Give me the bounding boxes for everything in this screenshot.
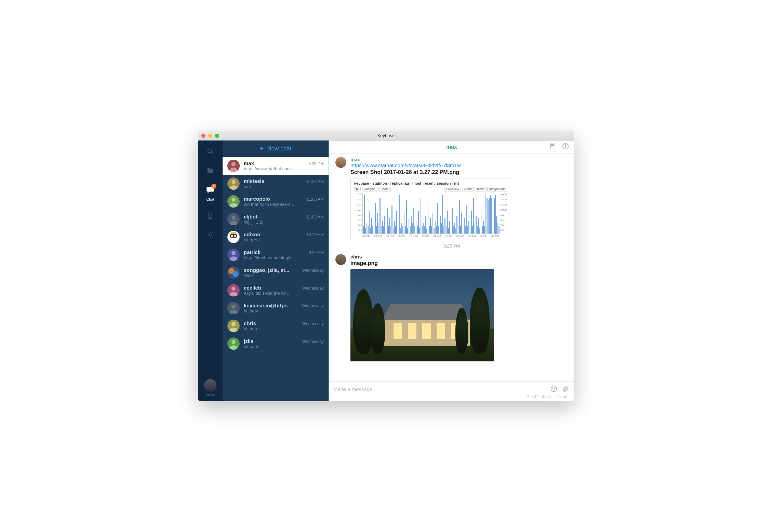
conversation-avatar [227,337,240,350]
conversation-item[interactable]: jzilaWednesdayok cool [223,335,329,353]
emoji-button[interactable] [550,385,558,394]
conversation-preview: ok great. [244,237,324,242]
conversation-item[interactable]: patrick9:39 AMhttps://keybase.io/blog/k.… [223,246,329,264]
conversation-preview: ok cool [244,344,324,349]
chart-toolbar-button[interactable]: ▶ [354,187,361,191]
conversation-name: keybase.io@https [244,303,288,308]
svg-point-27 [231,322,236,326]
folder-icon [207,167,214,174]
message-author: max [350,157,568,162]
conversation-time: Wednesday [302,304,324,308]
attach-button[interactable] [562,385,569,394]
chat-badge: 2 [211,184,216,189]
phone-icon [207,212,214,220]
conversation-avatar [227,177,240,190]
message-author: chris [350,254,568,260]
message-link[interactable]: https://www.stathat.com/v/stats/8Hl2b/tf… [350,162,461,168]
folder-tab[interactable] [205,166,215,175]
current-user-name: chris [204,393,216,397]
current-user-area[interactable]: chris [204,379,216,397]
svg-point-3 [210,217,211,218]
conversation-avatar [227,195,240,208]
chart-toolbar-button[interactable]: Alerts [462,187,474,191]
conversation-name: cdixon [244,231,260,237]
gear-icon [207,231,214,239]
svg-line-1 [211,152,213,154]
app-window: Keybase 2 Chat chris [198,131,574,401]
conversation-name: chris [244,320,256,326]
chart-toolbar-button[interactable]: Share [378,187,391,191]
svg-point-25 [231,305,236,309]
message-filename: Screen Shot 2017-01-26 at 3.27.22 PM.png [350,169,568,175]
chart-title: keybase - statmon - replica lag - most_r… [354,181,507,185]
conversation-list-panel: + New chat max3:28 PMhttps://www.stathat… [223,141,329,401]
titlebar: Keybase [198,131,574,141]
conversation-time: Wednesday [302,286,324,291]
conversation-name: jzila [244,338,253,344]
conversation-time: 10:28 AM [306,232,324,237]
search-tab[interactable] [205,147,215,156]
conversation-time: Wednesday [302,321,324,326]
conversation-item[interactable]: marcopolo11:06 AMdid that fix to keybase… [223,192,329,210]
conversation-time: 11:31 AM [306,179,324,184]
conversation-list: max3:28 PMhttps://www.stathat.com...mlst… [223,157,329,401]
conversation-avatar [227,213,240,225]
conversation-time: 9:39 AM [309,250,324,255]
svg-point-6 [231,162,236,166]
conversation-time: Wednesday [302,339,324,344]
conversation-avatar [227,320,240,332]
svg-point-15 [231,235,233,237]
conversation-time: 11:06 AM [306,197,324,202]
svg-point-8 [231,180,236,184]
conversation-avatar [227,249,240,261]
conversation-preview: https://keybase.io/blog/k... [244,255,324,260]
new-chat-button[interactable]: + New chat [223,141,329,157]
chart-toolbar-button[interactable]: Integrations [487,187,507,191]
image-attachment[interactable] [350,269,494,361]
settings-tab[interactable] [205,230,215,240]
svg-point-19 [231,251,236,255]
conversation-item[interactable]: cljbot11:03 AM/clj (+ 1 2) [223,210,329,228]
conversation-time: 11:03 AM [306,215,324,220]
message-input[interactable] [334,384,547,394]
svg-point-0 [208,149,212,153]
conversation-avatar [227,302,240,314]
chart-toolbar-button[interactable]: Trend [475,187,487,191]
conversation-item[interactable]: cecilebWednesdayArgh, did I edit the wr.… [223,281,329,299]
smiley-icon [550,385,558,393]
chart-toolbar-button[interactable]: Overview [444,187,461,191]
app-body: 2 Chat chris + New chat max3:28 PMhttps:… [198,141,574,401]
nav-rail: 2 Chat chris [198,141,223,401]
message: max https://www.stathat.com/v/stats/8Hl2… [335,157,568,239]
chart-attachment[interactable]: keybase - statmon - replica lag - most_r… [350,178,511,239]
conversation-name: max [244,160,254,166]
message-list: max https://www.stathat.com/v/stats/8Hl2… [329,154,574,381]
current-user-avatar [204,379,216,391]
conversation-item[interactable]: cdixon10:28 AMok great. [223,228,329,246]
conversation-item[interactable]: chrisWednesdayhi there [223,317,329,335]
conversation-avatar [227,160,240,172]
chat-tab[interactable]: 2 [205,185,215,195]
chat-panel: max max https://www.stathat.com/ [329,141,574,401]
plus-icon: + [260,145,264,153]
svg-point-23 [231,287,236,291]
conversation-preview: hi there [244,326,324,331]
svg-rect-17 [231,232,236,234]
conversation-item[interactable]: keybase.io@httpsWednesdayhi there [223,299,329,317]
chart-toolbar-button[interactable]: Analyze [362,187,377,191]
conversation-item[interactable]: max3:28 PMhttps://www.stathat.com... [223,157,329,175]
conversation-name: mlsteele [244,178,264,184]
conversation-item[interactable]: mlsteele11:31 AMsure [223,175,329,192]
paperclip-icon [562,385,569,393]
conversation-item[interactable]: songgao, jzila, st...WednesdayNice! [223,264,329,281]
conversation-preview: hi there [244,308,324,314]
conversation-name: cljbot [244,214,257,220]
svg-point-4 [209,234,211,236]
svg-point-35 [553,388,553,388]
window-title: Keybase [198,133,574,138]
chart-toolbar: ▶AnalyzeShare OverviewAlertsTrendIntegra… [354,187,507,191]
svg-point-10 [231,198,236,202]
devices-tab[interactable] [205,211,215,221]
composer-hint: *bold*, _italics_, `code` [334,394,569,400]
svg-point-12 [231,216,236,220]
